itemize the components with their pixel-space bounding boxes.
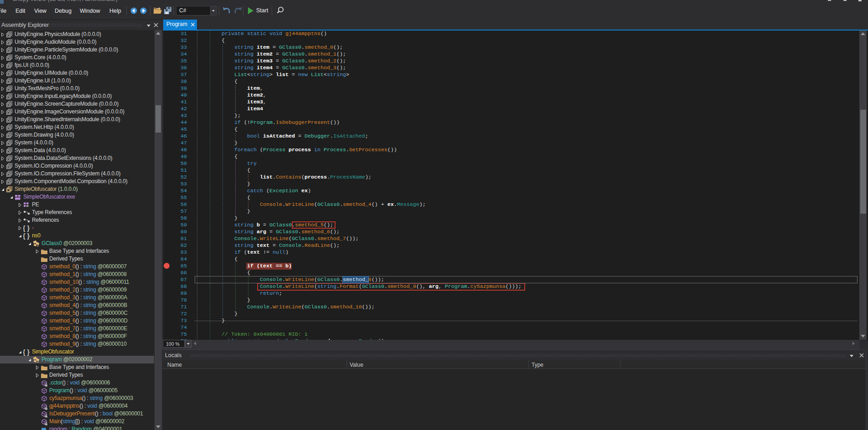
svg-text:{: { bbox=[23, 348, 26, 356]
svg-text:{: { bbox=[23, 225, 26, 232]
svg-text:}: } bbox=[27, 232, 30, 240]
svg-text:}: } bbox=[27, 225, 30, 232]
svg-text:{: { bbox=[23, 232, 26, 240]
svg-text:}: } bbox=[27, 348, 30, 356]
